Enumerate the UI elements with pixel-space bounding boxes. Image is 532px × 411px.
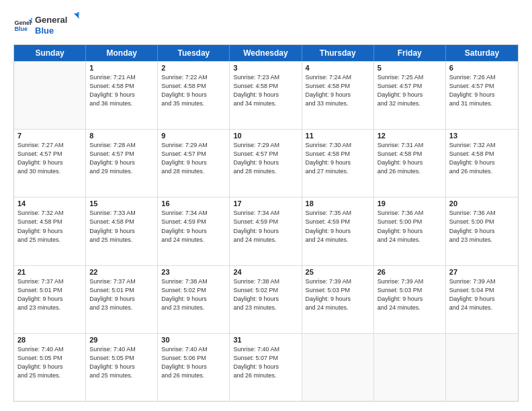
day-info: Sunrise: 7:36 AM Sunset: 5:00 PM Dayligh… [378, 209, 442, 244]
page: General Blue General Blue SundayMondayTu… [0, 0, 532, 411]
day-info: Sunrise: 7:33 AM Sunset: 4:58 PM Dayligh… [89, 209, 154, 244]
day-cell-14: 14Sunrise: 7:32 AM Sunset: 4:58 PM Dayli… [14, 197, 86, 265]
svg-text:General: General [35, 15, 67, 25]
day-cell-12: 12Sunrise: 7:31 AM Sunset: 4:58 PM Dayli… [374, 130, 446, 197]
day-number: 23 [161, 268, 226, 276]
day-cell-21: 21Sunrise: 7:37 AM Sunset: 5:01 PM Dayli… [14, 266, 86, 333]
day-number: 9 [161, 132, 226, 140]
day-cell-17: 17Sunrise: 7:34 AM Sunset: 4:59 PM Dayli… [230, 197, 302, 265]
calendar-body: 1Sunrise: 7:21 AM Sunset: 4:58 PM Daylig… [14, 61, 518, 401]
week-row-3: 21Sunrise: 7:37 AM Sunset: 5:01 PM Dayli… [14, 265, 518, 333]
day-number: 27 [449, 268, 515, 276]
day-cell-5: 5Sunrise: 7:25 AM Sunset: 4:57 PM Daylig… [374, 62, 446, 129]
day-number: 24 [233, 268, 298, 276]
day-info: Sunrise: 7:26 AM Sunset: 4:57 PM Dayligh… [449, 73, 515, 108]
svg-text:Blue: Blue [14, 26, 28, 32]
day-info: Sunrise: 7:37 AM Sunset: 5:01 PM Dayligh… [89, 277, 154, 312]
day-cell-18: 18Sunrise: 7:35 AM Sunset: 4:59 PM Dayli… [302, 197, 374, 265]
header-day-sunday: Sunday [14, 45, 86, 61]
day-info: Sunrise: 7:30 AM Sunset: 4:58 PM Dayligh… [306, 141, 370, 176]
day-info: Sunrise: 7:40 AM Sunset: 5:07 PM Dayligh… [233, 345, 298, 380]
day-cell-31: 31Sunrise: 7:40 AM Sunset: 5:07 PM Dayli… [230, 334, 302, 401]
day-number: 30 [161, 336, 226, 344]
header-day-wednesday: Wednesday [230, 45, 302, 61]
day-info: Sunrise: 7:29 AM Sunset: 4:57 PM Dayligh… [233, 141, 298, 176]
day-info: Sunrise: 7:40 AM Sunset: 5:06 PM Dayligh… [161, 345, 226, 380]
day-number: 4 [306, 64, 370, 72]
day-number: 19 [378, 199, 442, 208]
day-cell-16: 16Sunrise: 7:34 AM Sunset: 4:59 PM Dayli… [158, 197, 230, 265]
day-info: Sunrise: 7:27 AM Sunset: 4:57 PM Dayligh… [17, 141, 82, 176]
header-day-friday: Friday [374, 45, 446, 61]
week-row-0: 1Sunrise: 7:21 AM Sunset: 4:58 PM Daylig… [14, 61, 518, 129]
day-info: Sunrise: 7:34 AM Sunset: 4:59 PM Dayligh… [233, 209, 298, 244]
day-cell-26: 26Sunrise: 7:39 AM Sunset: 5:03 PM Dayli… [374, 266, 446, 333]
day-number: 22 [89, 268, 154, 276]
day-info: Sunrise: 7:32 AM Sunset: 4:58 PM Dayligh… [17, 209, 82, 244]
day-info: Sunrise: 7:38 AM Sunset: 5:02 PM Dayligh… [233, 277, 298, 312]
day-number: 31 [233, 336, 298, 344]
week-row-2: 14Sunrise: 7:32 AM Sunset: 4:58 PM Dayli… [14, 197, 518, 265]
day-number: 11 [306, 132, 370, 140]
day-cell-7: 7Sunrise: 7:27 AM Sunset: 4:57 PM Daylig… [14, 130, 86, 197]
day-info: Sunrise: 7:39 AM Sunset: 5:03 PM Dayligh… [378, 277, 442, 312]
day-number: 21 [17, 268, 82, 276]
empty-cell [374, 334, 446, 401]
day-number: 25 [306, 268, 370, 276]
day-number: 17 [233, 199, 298, 208]
day-number: 20 [449, 199, 515, 208]
day-number: 26 [378, 268, 442, 276]
day-number: 6 [449, 64, 515, 72]
day-info: Sunrise: 7:39 AM Sunset: 5:04 PM Dayligh… [449, 277, 515, 312]
day-number: 12 [378, 132, 442, 140]
day-cell-11: 11Sunrise: 7:30 AM Sunset: 4:58 PM Dayli… [302, 130, 374, 197]
day-info: Sunrise: 7:40 AM Sunset: 5:05 PM Dayligh… [89, 345, 154, 380]
day-cell-15: 15Sunrise: 7:33 AM Sunset: 4:58 PM Dayli… [86, 197, 158, 265]
day-number: 14 [17, 199, 82, 208]
day-info: Sunrise: 7:35 AM Sunset: 4:59 PM Dayligh… [306, 209, 370, 244]
empty-cell [446, 334, 518, 401]
empty-cell [14, 62, 86, 129]
day-number: 5 [378, 64, 442, 72]
day-number: 13 [449, 132, 515, 140]
day-cell-29: 29Sunrise: 7:40 AM Sunset: 5:05 PM Dayli… [86, 334, 158, 401]
day-number: 16 [161, 199, 226, 208]
week-row-1: 7Sunrise: 7:27 AM Sunset: 4:57 PM Daylig… [14, 129, 518, 197]
day-cell-28: 28Sunrise: 7:40 AM Sunset: 5:05 PM Dayli… [14, 334, 86, 401]
header-day-thursday: Thursday [302, 45, 374, 61]
day-cell-8: 8Sunrise: 7:28 AM Sunset: 4:57 PM Daylig… [86, 130, 158, 197]
calendar-header: SundayMondayTuesdayWednesdayThursdayFrid… [14, 45, 518, 61]
day-info: Sunrise: 7:23 AM Sunset: 4:58 PM Dayligh… [233, 73, 298, 108]
day-info: Sunrise: 7:21 AM Sunset: 4:58 PM Dayligh… [89, 73, 154, 108]
day-info: Sunrise: 7:37 AM Sunset: 5:01 PM Dayligh… [17, 277, 82, 312]
day-cell-13: 13Sunrise: 7:32 AM Sunset: 4:58 PM Dayli… [446, 130, 518, 197]
day-info: Sunrise: 7:32 AM Sunset: 4:58 PM Dayligh… [449, 141, 515, 176]
day-number: 1 [89, 64, 154, 72]
header-day-monday: Monday [86, 45, 158, 61]
logo-icon: General Blue [13, 16, 32, 35]
day-cell-22: 22Sunrise: 7:37 AM Sunset: 5:01 PM Dayli… [86, 266, 158, 333]
day-info: Sunrise: 7:25 AM Sunset: 4:57 PM Dayligh… [378, 73, 442, 108]
header-day-tuesday: Tuesday [158, 45, 230, 61]
day-cell-9: 9Sunrise: 7:29 AM Sunset: 4:57 PM Daylig… [158, 130, 230, 197]
day-info: Sunrise: 7:38 AM Sunset: 5:02 PM Dayligh… [161, 277, 226, 312]
day-cell-2: 2Sunrise: 7:22 AM Sunset: 4:58 PM Daylig… [158, 62, 230, 129]
day-cell-27: 27Sunrise: 7:39 AM Sunset: 5:04 PM Dayli… [446, 266, 518, 333]
day-cell-25: 25Sunrise: 7:39 AM Sunset: 5:03 PM Dayli… [302, 266, 374, 333]
day-info: Sunrise: 7:34 AM Sunset: 4:59 PM Dayligh… [161, 209, 226, 244]
calendar: SundayMondayTuesdayWednesdayThursdayFrid… [13, 44, 519, 402]
day-number: 3 [233, 64, 298, 72]
day-cell-4: 4Sunrise: 7:24 AM Sunset: 4:58 PM Daylig… [302, 62, 374, 129]
day-number: 2 [161, 64, 226, 72]
logo: General Blue General Blue [13, 12, 82, 39]
day-cell-23: 23Sunrise: 7:38 AM Sunset: 5:02 PM Dayli… [158, 266, 230, 333]
day-number: 18 [306, 199, 370, 208]
day-number: 7 [17, 132, 82, 140]
day-cell-3: 3Sunrise: 7:23 AM Sunset: 4:58 PM Daylig… [230, 62, 302, 129]
day-info: Sunrise: 7:29 AM Sunset: 4:57 PM Dayligh… [161, 141, 226, 176]
day-cell-19: 19Sunrise: 7:36 AM Sunset: 5:00 PM Dayli… [374, 197, 446, 265]
day-info: Sunrise: 7:24 AM Sunset: 4:58 PM Dayligh… [306, 73, 370, 108]
day-info: Sunrise: 7:22 AM Sunset: 4:58 PM Dayligh… [161, 73, 226, 108]
header: General Blue General Blue [13, 12, 519, 39]
day-number: 29 [89, 336, 154, 344]
